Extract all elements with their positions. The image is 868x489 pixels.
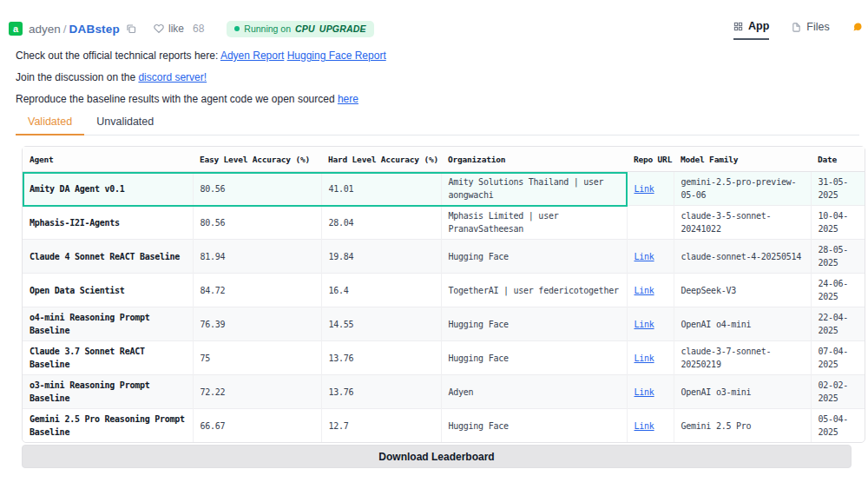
tab-community[interactable]: Community [852, 20, 868, 40]
cell-repo: Link [627, 274, 674, 307]
status-text: Running on [244, 23, 291, 34]
repo-link[interactable]: Link [635, 286, 654, 295]
table-row[interactable]: Gemini 2.5 Pro Reasoning Prompt Baseline… [23, 409, 865, 443]
tab-validated[interactable]: Validated [16, 113, 84, 135]
community-icon [852, 22, 863, 32]
cell-agent: o4-mini Reasoning Prompt Baseline [23, 307, 193, 341]
cell-model: claude-3-7-sonnet-20250219 [674, 341, 811, 375]
space-nav-tabs: App Files Community [733, 20, 868, 40]
like-button[interactable]: like 68 [154, 23, 204, 35]
hugging-face-report-link[interactable]: Hugging Face Report [287, 50, 386, 62]
column-header-agent: Agent [23, 147, 193, 172]
cell-model: OpenAI o3-mini [674, 375, 811, 409]
repo-link[interactable]: Link [635, 354, 654, 363]
cell-repo: Link [627, 172, 674, 206]
cell-easy: 66.67 [193, 409, 321, 443]
cell-agent: Claude 3.7 Sonnet ReACT Baseline [23, 341, 193, 375]
discord-server-link[interactable]: discord server! [138, 71, 207, 83]
adyen-report-link[interactable]: Adyen Report [220, 50, 284, 62]
cell-agent: Mphasis-I2I-Agents [23, 206, 193, 240]
table-header-row: AgentEasy Level Accuracy (%)Hard Level A… [23, 147, 865, 172]
like-label: like [168, 23, 184, 35]
cell-hard: 41.01 [321, 172, 441, 206]
cell-agent: Open Data Scientist [23, 274, 193, 307]
cell-date: 22-04-2025 [811, 307, 865, 341]
column-header-repo-url: Repo URL [627, 147, 674, 172]
repo-link[interactable]: Link [635, 387, 654, 397]
tab-files[interactable]: Files [792, 20, 829, 40]
reproduce-here-link[interactable]: here [338, 93, 358, 105]
cell-org: Hugging Face [441, 409, 627, 443]
tab-app-label: App [748, 20, 769, 32]
cell-repo: Link [627, 409, 674, 443]
cell-model: OpenAI o4-mini [674, 307, 811, 341]
discord-text: Join the discussion on the [16, 71, 138, 83]
cell-date: 24-06-2025 [811, 274, 865, 307]
cell-repo: Link [627, 375, 674, 409]
reproduce-text: Reproduce the baseline results with the … [16, 93, 338, 105]
cell-hard: 19.84 [321, 240, 441, 274]
like-count: 68 [193, 23, 204, 35]
cell-org: Adyen [441, 375, 627, 409]
cell-org: Mphasis Limited | user PranavSatheesan [441, 206, 627, 240]
cell-model: claude-sonnet-4-20250514 [674, 240, 811, 274]
reports-line: Check out the official technical reports… [16, 50, 386, 62]
tab-app[interactable]: App [733, 20, 769, 40]
cell-repo [627, 206, 674, 240]
cell-repo: Link [627, 341, 674, 375]
leaderboard-table: AgentEasy Level Accuracy (%)Hard Level A… [22, 146, 865, 443]
repo-link[interactable]: Link [635, 184, 654, 194]
cell-date: 02-02-2025 [811, 375, 865, 409]
cell-org: Hugging Face [441, 341, 627, 375]
cell-date: 31-05-2025 [811, 172, 865, 206]
repo-link[interactable]: Link [635, 421, 654, 431]
cell-model: Gemini 2.5 Pro [674, 409, 811, 443]
column-header-easy-level-accuracy: Easy Level Accuracy (%) [193, 147, 321, 172]
table-row[interactable]: Claude 4 Sonnet ReACT Baseline81.9419.84… [23, 240, 865, 274]
cell-org: Hugging Face [441, 307, 627, 341]
cell-hard: 12.7 [321, 409, 441, 443]
column-header-hard-level-accuracy: Hard Level Accuracy (%) [321, 147, 441, 172]
cell-easy: 80.56 [193, 172, 321, 206]
cell-easy: 76.39 [193, 307, 321, 341]
cell-org: Hugging Face [441, 240, 627, 274]
duplicate-icon[interactable] [126, 23, 136, 34]
cell-easy: 80.56 [193, 206, 321, 240]
cell-org: TogetherAI | user federicotogether [441, 274, 627, 307]
table-row[interactable]: Mphasis-I2I-Agents80.5628.04Mphasis Limi… [23, 206, 865, 240]
table-row[interactable]: Open Data Scientist84.7216.4TogetherAI |… [23, 274, 865, 307]
space-title[interactable]: DABstep [69, 23, 120, 36]
org-name[interactable]: adyen [29, 23, 61, 36]
status-upgrade: UPGRADE [319, 23, 366, 34]
cell-model: gemini-2.5-pro-preview-05-06 [674, 172, 811, 206]
cell-model: DeepSeek-V3 [674, 274, 811, 307]
tab-files-label: Files [806, 21, 829, 33]
cell-easy: 81.94 [193, 240, 321, 274]
table-row[interactable]: o4-mini Reasoning Prompt Baseline76.3914… [23, 307, 865, 341]
cell-repo: Link [627, 307, 674, 341]
column-header-model-family: Model Family [674, 147, 811, 172]
cell-hard: 28.04 [321, 206, 441, 240]
reproduce-line: Reproduce the baseline results with the … [16, 93, 358, 105]
adyen-org-avatar[interactable]: a [9, 22, 23, 36]
cell-date: 05-04-2025 [811, 409, 865, 443]
status-hardware: CPU [295, 23, 315, 34]
repo-link[interactable]: Link [635, 252, 654, 261]
cell-hard: 13.76 [321, 341, 441, 375]
table-row[interactable]: Claude 3.7 Sonnet ReACT Baseline7513.76H… [23, 341, 865, 375]
table-row[interactable]: o3-mini Reasoning Prompt Baseline72.2213… [23, 375, 865, 409]
status-badge[interactable]: Running on CPU UPGRADE [227, 21, 373, 37]
table-row[interactable]: Amity DA Agent v0.180.5641.01Amity Solut… [23, 172, 865, 206]
files-icon [792, 23, 801, 32]
repo-link[interactable]: Link [635, 320, 654, 329]
leaderboard-tabs: Validated Unvalidated [16, 113, 859, 135]
download-leaderboard-button[interactable]: Download Leaderboard [22, 445, 852, 468]
cell-org: Amity Solutions Thailand | user aongwach… [441, 172, 627, 206]
cell-agent: Amity DA Agent v0.1 [23, 172, 193, 206]
tab-unvalidated[interactable]: Unvalidated [84, 113, 166, 135]
heart-icon [154, 23, 164, 34]
reports-text: Check out the official technical reports… [16, 50, 220, 62]
cell-hard: 16.4 [321, 274, 441, 307]
discord-line: Join the discussion on the discord serve… [16, 71, 207, 83]
cell-easy: 84.72 [193, 274, 321, 307]
